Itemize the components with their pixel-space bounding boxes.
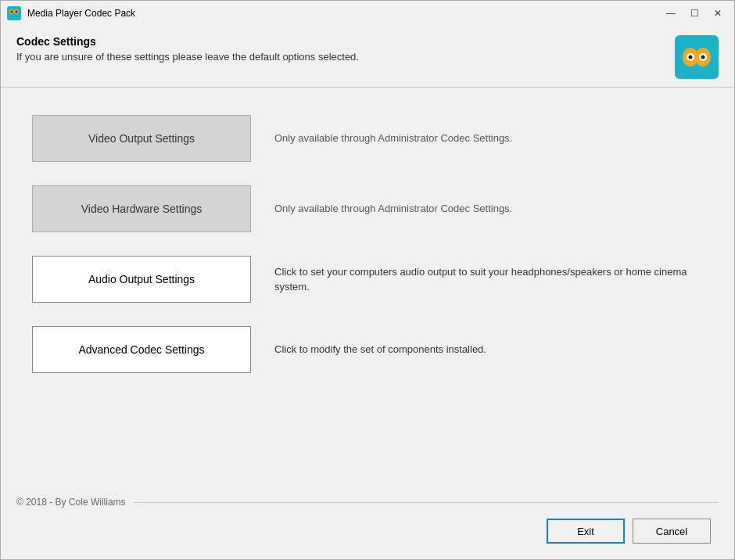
title-bar: Media Player Codec Pack — ☐ ✕ [1, 1, 734, 26]
header-text: Codec Settings If you are unsure of thes… [16, 35, 675, 63]
advanced-codec-description: Click to modify the set of components in… [274, 342, 703, 357]
svg-point-8 [689, 56, 693, 59]
header-section: Codec Settings If you are unsure of thes… [1, 26, 734, 87]
page-subtitle: If you are unsure of these settings plea… [16, 51, 675, 63]
footer-buttons: Exit Cancel [16, 519, 719, 544]
main-window: Media Player Codec Pack — ☐ ✕ Codec Sett… [0, 0, 735, 560]
video-hardware-row: Video Hardware Settings Only available t… [32, 181, 703, 236]
advanced-codec-row: Advanced Codec Settings Click to modify … [32, 322, 703, 377]
window-title: Media Player Codec Pack [27, 8, 661, 19]
window-controls: — ☐ ✕ [661, 5, 728, 22]
video-output-button[interactable]: Video Output Settings [32, 115, 251, 162]
app-icon [7, 6, 21, 20]
minimize-button[interactable]: — [661, 5, 681, 22]
audio-output-button[interactable]: Audio Output Settings [32, 256, 251, 303]
page-title: Codec Settings [16, 35, 675, 48]
exit-button[interactable]: Exit [547, 519, 625, 544]
svg-point-2 [11, 11, 13, 13]
svg-point-9 [701, 56, 705, 59]
video-output-row: Video Output Settings Only available thr… [32, 111, 703, 166]
video-hardware-description: Only available through Administrator Cod… [274, 201, 703, 217]
cancel-button[interactable]: Cancel [633, 519, 711, 544]
copyright-text: © 2018 - By Cole Williams [16, 497, 126, 508]
content-area: Video Output Settings Only available thr… [1, 88, 734, 489]
footer-section: © 2018 - By Cole Williams Exit Cancel [1, 489, 734, 559]
maximize-button[interactable]: ☐ [684, 5, 705, 22]
video-hardware-button[interactable]: Video Hardware Settings [32, 185, 251, 232]
footer-divider-row: © 2018 - By Cole Williams [16, 497, 719, 508]
video-output-description: Only available through Administrator Cod… [274, 131, 703, 146]
app-logo [675, 35, 719, 79]
svg-point-3 [16, 11, 18, 13]
close-button[interactable]: ✕ [708, 5, 728, 22]
audio-output-row: Audio Output Settings Click to set your … [32, 252, 703, 307]
footer-line [134, 502, 719, 503]
audio-output-description: Click to set your computers audio output… [274, 264, 703, 295]
advanced-codec-button[interactable]: Advanced Codec Settings [32, 326, 251, 373]
